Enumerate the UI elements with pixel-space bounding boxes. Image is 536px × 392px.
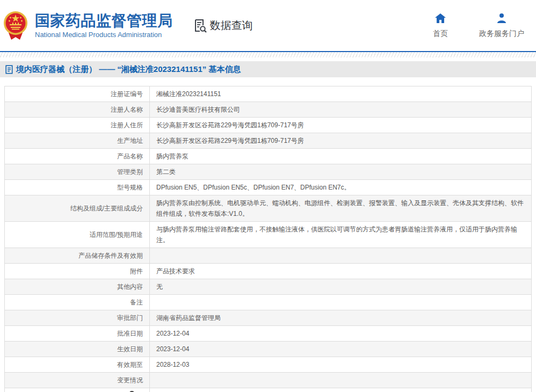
- table-row: 附件产品技术要求: [5, 264, 532, 279]
- row-label: 管理类别: [5, 164, 150, 180]
- table-row: 注册人住所长沙高新开发区谷苑路229号海凭园1栋709-717号房: [5, 118, 532, 133]
- row-value: 详情: [150, 388, 532, 392]
- row-value: 产品技术要求: [150, 264, 532, 279]
- table-row: 结构及组成/主要组成成分肠内营养泵由控制系统、电机驱动单元、蠕动机构、电源组件、…: [5, 195, 532, 222]
- row-value: DPfusion EN5、DPfusion EN5c、DPfusion EN7、…: [150, 180, 532, 195]
- row-label: 型号规格: [5, 180, 150, 195]
- data-query-icon: [193, 19, 207, 33]
- home-icon: [434, 13, 446, 24]
- row-value: 无: [150, 279, 532, 295]
- page-header: 国家药品监督管理局 National Medical Products Admi…: [0, 0, 536, 51]
- table-row: 产品储存条件及有效期: [5, 248, 532, 264]
- table-row: 审批部门湖南省药品监督管理局: [5, 310, 532, 326]
- org-title: 国家药品监督管理局: [35, 12, 173, 30]
- row-label: 产品名称: [5, 149, 150, 164]
- table-row: 有效期至2028-12-03: [5, 357, 532, 373]
- row-label: 注册人名称: [5, 102, 150, 118]
- nmpa-logo: 国家药品监督管理局 National Medical Products Admi…: [3, 10, 173, 41]
- row-label: 附件: [5, 264, 150, 279]
- row-label: 注册人住所: [5, 118, 150, 133]
- user-icon: [496, 13, 508, 24]
- row-value: 长沙高新开发区谷苑路229号海凭园1栋709-717号房: [150, 133, 532, 149]
- row-label: 生产地址: [5, 133, 150, 149]
- row-value: 第二类: [150, 164, 532, 180]
- row-value: [150, 373, 532, 388]
- row-label: 其他内容: [5, 279, 150, 295]
- nav-item-label: 政务服务门户: [479, 29, 524, 39]
- row-value: 长沙迪普美医疗科技有限公司: [150, 102, 532, 118]
- row-label: 注: [5, 388, 150, 392]
- table-row: 型号规格DPfusion EN5、DPfusion EN5c、DPfusion …: [5, 180, 532, 195]
- row-value: 长沙高新开发区谷苑路229号海凭园1栋709-717号房: [150, 118, 532, 133]
- row-label: 注册证编号: [5, 86, 150, 102]
- row-value: 肠内营养泵: [150, 149, 532, 164]
- row-value: 肠内营养泵由控制系统、电机驱动单元、蠕动机构、电源组件、检测装置、报警装置、输入…: [150, 195, 532, 222]
- table-row: 其他内容无: [5, 279, 532, 295]
- row-label: 备注: [5, 295, 150, 310]
- spacer: [0, 57, 536, 61]
- table-row: 注详情: [5, 388, 532, 392]
- table-row: 产品名称肠内营养泵: [5, 149, 532, 164]
- national-emblem-icon: [3, 10, 28, 41]
- nav-item-portal[interactable]: 政务服务门户: [479, 13, 524, 39]
- table-row: 生产地址长沙高新开发区谷苑路229号海凭园1栋709-717号房: [5, 133, 532, 149]
- breadcrumb-text: 境内医疗器械（注册） —— “湘械注准20232141151” 基本信息: [16, 64, 241, 75]
- row-value: [150, 248, 532, 264]
- row-value: 2023-12-04: [150, 326, 532, 342]
- data-query-section[interactable]: 数据查询: [193, 18, 253, 33]
- table-row: 管理类别第二类: [5, 164, 532, 180]
- table-row: 备注: [5, 295, 532, 310]
- breadcrumb: 境内医疗器械（注册） —— “湘械注准20232141151” 基本信息: [0, 61, 536, 77]
- row-value: 2028-12-03: [150, 357, 532, 373]
- row-label: 审批部门: [5, 310, 150, 326]
- org-titles: 国家药品监督管理局 National Medical Products Admi…: [35, 12, 173, 39]
- org-subtitle: National Medical Products Administration: [35, 31, 173, 39]
- hatch-band: [0, 52, 536, 57]
- row-label: 变更情况: [5, 373, 150, 388]
- table-row: 生效日期2023-12-04: [5, 342, 532, 357]
- nav-item-label: 首页: [433, 29, 448, 39]
- data-query-label: 数据查询: [210, 18, 253, 33]
- table-row: 变更情况: [5, 373, 532, 388]
- row-label: 产品储存条件及有效期: [5, 248, 150, 264]
- row-label: 有效期至: [5, 357, 150, 373]
- row-label: 结构及组成/主要组成成分: [5, 195, 150, 222]
- row-value: [150, 295, 532, 310]
- table-wrap: 注册证编号湘械注准20232141151注册人名称长沙迪普美医疗科技有限公司注册…: [0, 77, 536, 392]
- row-value: 2023-12-04: [150, 342, 532, 357]
- row-value: 与肠内营养泵用输注管路配套使用，不接触输注液体，供医院以可调节的方式为患者胃肠道…: [150, 222, 532, 248]
- document-icon: [5, 65, 13, 74]
- table-row: 注册人名称长沙迪普美医疗科技有限公司: [5, 102, 532, 118]
- table-row: 适用范围/预期用途与肠内营养泵用输注管路配套使用，不接触输注液体，供医院以可调节…: [5, 222, 532, 248]
- row-label: 生效日期: [5, 342, 150, 357]
- info-table-rows: 注册证编号湘械注准20232141151注册人名称长沙迪普美医疗科技有限公司注册…: [5, 86, 532, 392]
- row-value: 湖南省药品监督管理局: [150, 310, 532, 326]
- row-label: 批准日期: [5, 326, 150, 342]
- table-row: 批准日期2023-12-04: [5, 326, 532, 342]
- row-label: 适用范围/预期用途: [5, 222, 150, 248]
- registration-info-table: 注册证编号湘械注准20232141151注册人名称长沙迪普美医疗科技有限公司注册…: [4, 86, 532, 392]
- top-nav: 首页 政务服务门户: [425, 13, 524, 39]
- table-row: 注册证编号湘械注准20232141151: [5, 86, 532, 102]
- nav-item-home[interactable]: 首页: [425, 13, 455, 39]
- row-value: 湘械注准20232141151: [150, 86, 532, 102]
